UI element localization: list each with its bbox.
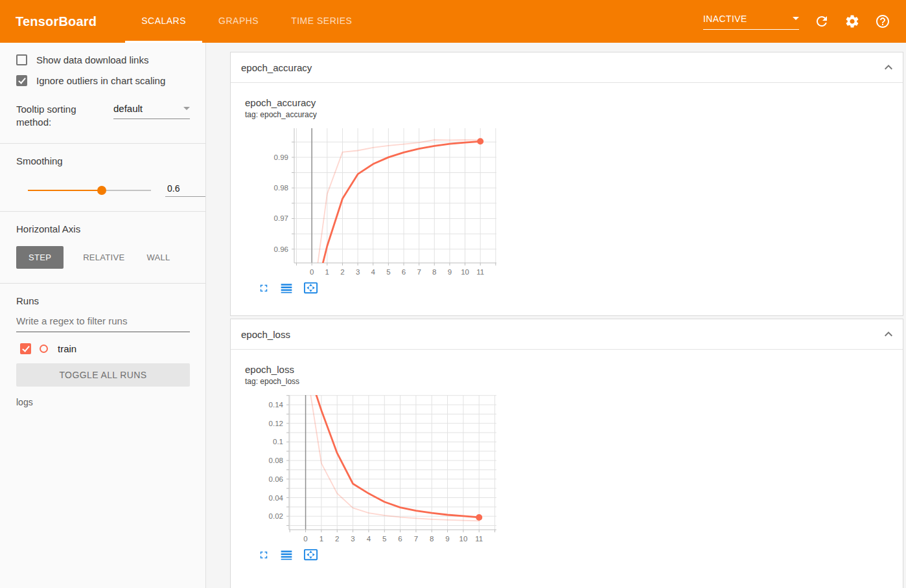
run-train-label: train: [58, 343, 76, 354]
svg-text:10: 10: [459, 535, 467, 543]
epoch-loss-chart[interactable]: 0.020.040.060.080.10.120.140123456789101…: [245, 390, 503, 544]
chart-title: epoch_loss: [245, 364, 903, 375]
chart-tag: tag: epoch_accuracy: [245, 110, 903, 119]
tab-graphs[interactable]: GRAPHS: [202, 0, 275, 43]
collapse-chevron-up-icon[interactable]: [881, 60, 896, 75]
svg-text:0.12: 0.12: [269, 420, 283, 427]
svg-text:0.98: 0.98: [274, 184, 288, 192]
svg-text:10: 10: [461, 268, 469, 276]
collapse-chevron-up-icon[interactable]: [881, 326, 896, 342]
ignore-outliers-checkbox[interactable]: [16, 75, 27, 86]
svg-text:0.99: 0.99: [274, 153, 288, 161]
svg-text:2: 2: [335, 535, 339, 543]
runs-filter-input[interactable]: [16, 306, 190, 332]
tab-time-series[interactable]: TIME SERIES: [275, 0, 368, 43]
settings-gear-icon[interactable]: [844, 14, 860, 29]
svg-text:11: 11: [476, 268, 484, 276]
chart-tag: tag: epoch_loss: [245, 377, 903, 386]
data-table-icon[interactable]: [280, 282, 293, 295]
data-table-icon[interactable]: [280, 548, 293, 561]
run-color-circle-icon[interactable]: [40, 345, 48, 353]
svg-text:8: 8: [430, 535, 434, 543]
fit-domain-icon[interactable]: [303, 280, 318, 295]
svg-text:0: 0: [310, 268, 314, 276]
smoothing-value-input[interactable]: [165, 183, 205, 197]
show-download-links-checkbox[interactable]: [16, 54, 27, 65]
tab-scalars[interactable]: SCALARS: [125, 0, 202, 43]
svg-text:0.08: 0.08: [269, 457, 283, 464]
card-epoch-loss-header[interactable]: epoch_loss: [231, 319, 903, 349]
card-epoch-loss-body: epoch_loss tag: epoch_loss 0.020.040.060…: [231, 349, 903, 588]
svg-text:4: 4: [367, 535, 371, 543]
svg-text:4: 4: [371, 268, 376, 276]
svg-text:9: 9: [445, 535, 449, 543]
svg-text:5: 5: [382, 535, 386, 543]
svg-text:0: 0: [303, 535, 307, 543]
axis-relative-button[interactable]: RELATIVE: [80, 246, 127, 269]
card-epoch-accuracy-header[interactable]: epoch_accuracy: [231, 52, 903, 82]
svg-text:2: 2: [340, 268, 344, 276]
ignore-outliers-row[interactable]: Ignore outliers in chart scaling: [16, 75, 190, 86]
card-epoch-accuracy: epoch_accuracy epoch_accuracy tag: epoch…: [230, 52, 903, 316]
smoothing-label: Smoothing: [16, 155, 190, 166]
svg-text:7: 7: [417, 268, 421, 276]
help-icon[interactable]: [875, 14, 890, 29]
runs-section: Runs train TOGGLE ALL RUNS logs: [0, 283, 205, 422]
toggle-all-runs-button[interactable]: TOGGLE ALL RUNS: [16, 363, 190, 387]
svg-text:0.06: 0.06: [269, 475, 283, 483]
show-download-links-row[interactable]: Show data download links: [16, 54, 190, 65]
chart-toolbar: [258, 547, 903, 562]
data-status-dropdown[interactable]: INACTIVE: [703, 14, 799, 30]
fit-domain-icon[interactable]: [303, 547, 318, 562]
smoothing-section: Smoothing: [0, 143, 205, 211]
app-header: TensorBoard SCALARS GRAPHS TIME SERIES I…: [0, 0, 906, 43]
svg-text:6: 6: [398, 535, 402, 543]
horizontal-axis-label: Horizontal Axis: [16, 223, 190, 234]
svg-text:7: 7: [414, 535, 418, 543]
run-row-train[interactable]: train: [16, 343, 190, 354]
tooltip-sorting-row: Tooltip sorting method: default: [16, 103, 190, 129]
svg-text:0.1: 0.1: [273, 438, 283, 446]
card-epoch-accuracy-body: epoch_accuracy tag: epoch_accuracy 0.960…: [231, 82, 903, 315]
smoothing-slider[interactable]: [28, 190, 151, 191]
chart-title: epoch_accuracy: [245, 97, 903, 108]
chevron-down-icon: [793, 17, 799, 20]
svg-text:3: 3: [356, 268, 360, 276]
tooltip-sorting-label: Tooltip sorting method:: [16, 103, 113, 129]
runs-label: Runs: [16, 295, 190, 306]
run-train-checkbox[interactable]: [20, 343, 31, 354]
tooltip-sorting-dropdown[interactable]: default: [113, 103, 190, 119]
svg-text:9: 9: [448, 268, 452, 276]
settings-sidebar: Show data download links Ignore outliers…: [0, 43, 206, 588]
dashboard-main: epoch_accuracy epoch_accuracy tag: epoch…: [206, 43, 906, 588]
axis-wall-button[interactable]: WALL: [144, 246, 172, 269]
svg-text:5: 5: [386, 268, 390, 276]
svg-text:0.96: 0.96: [274, 245, 288, 253]
chevron-down-icon: [183, 107, 190, 110]
expand-chart-icon[interactable]: [258, 282, 270, 294]
expand-chart-icon[interactable]: [258, 549, 270, 561]
reload-icon[interactable]: [814, 14, 830, 29]
smoothing-slider-fill: [28, 190, 102, 191]
svg-text:11: 11: [475, 535, 483, 543]
svg-text:1: 1: [319, 535, 323, 543]
svg-text:6: 6: [402, 268, 406, 276]
svg-text:8: 8: [432, 268, 436, 276]
axis-step-button[interactable]: STEP: [16, 246, 64, 269]
top-tabs: SCALARS GRAPHS TIME SERIES: [125, 0, 368, 43]
svg-text:0.04: 0.04: [269, 494, 284, 502]
epoch-accuracy-chart[interactable]: 0.960.970.980.9901234567891011: [245, 123, 503, 277]
chart-toolbar: [258, 280, 903, 295]
svg-text:1: 1: [325, 268, 329, 276]
general-settings-section: Show data download links Ignore outliers…: [0, 43, 205, 143]
runs-footer-logs: logs: [16, 397, 190, 407]
card-epoch-loss: epoch_loss epoch_loss tag: epoch_loss 0.…: [230, 319, 903, 588]
smoothing-slider-thumb[interactable]: [97, 186, 106, 195]
horizontal-axis-section: Horizontal Axis STEP RELATIVE WALL: [0, 211, 205, 283]
svg-text:3: 3: [351, 535, 354, 543]
svg-text:0.14: 0.14: [269, 401, 284, 409]
header-controls: INACTIVE: [703, 14, 906, 30]
app-title: TensorBoard: [16, 14, 97, 29]
svg-text:0.02: 0.02: [269, 512, 283, 520]
svg-text:0.97: 0.97: [274, 214, 288, 222]
